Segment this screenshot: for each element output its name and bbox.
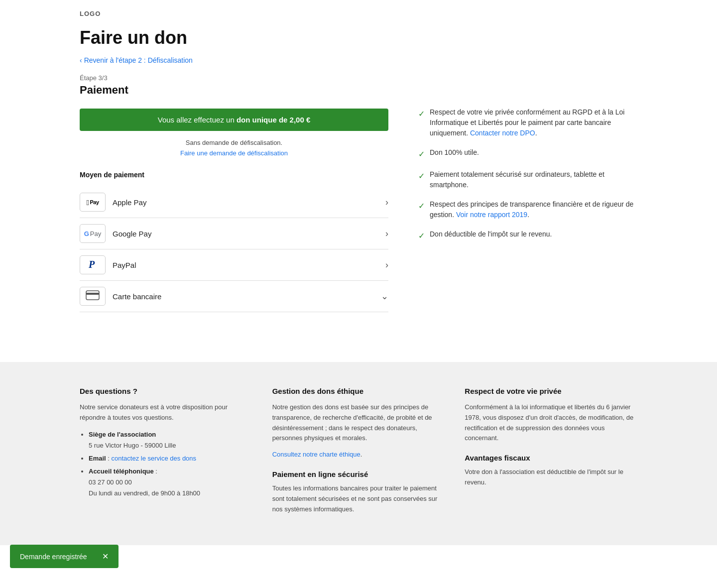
benefit-item-deductible: ✓ Don déductible de l'impôt sur le reven… [418,229,637,242]
svg-rect-2 [86,293,99,295]
svg-rect-1 [86,291,99,300]
benefit-deductible-text: Don déductible de l'impôt sur le revenu. [430,229,552,239]
benefit-item-secure: ✓ Paiement totalement sécurisé sur ordin… [418,169,637,190]
benefit-item-utile: ✓ Don 100% utile. [418,147,637,160]
footer-col-ethique: Gestion des dons éthique Notre gestion d… [272,387,445,520]
payment-method-apple-pay[interactable]:  Pay Apple Pay › [80,187,388,218]
footer-privacy-title: Respect de votre vie privée [465,387,637,395]
footer-charte-link[interactable]: Consultez notre charte éthique [272,451,360,458]
footer-contact-list: Siège de l'association5 rue Victor Hugo … [80,429,252,499]
payment-method-label: Moyen de paiement [80,171,388,179]
footer-questions-title: Des questions ? [80,387,252,395]
benefits-column: ✓ Respect de votre vie privée conforméme… [418,27,637,312]
carte-bancaire-icon-box [80,287,106,306]
footer-ethique-text: Notre gestion des dons est basée sur des… [272,402,445,444]
logo: LOGO [0,0,717,27]
toast-notification: Demande enregistrée ✕ [10,545,119,545]
footer-fiscaux-title: Avantages fiscaux [465,454,637,462]
donation-banner-prefix: Vous allez effectuez un [158,116,237,124]
footer-siege-label: Siège de l'association [89,431,156,438]
apple-pay-label: Apple Pay [113,198,378,207]
card-icon [86,290,100,303]
check-icon-5: ✓ [418,230,425,242]
footer-phone: Accueil téléphonique :03 27 00 00 00Du l… [89,466,252,499]
card-svg [86,290,100,300]
payment-method-google-pay[interactable]: GPay Google Pay › [80,218,388,249]
benefit-rapport-link[interactable]: Voir notre rapport 2019 [456,211,527,219]
paypal-chevron-icon: › [385,260,388,270]
paypal-label: PayPal [113,261,378,269]
paypal-icon-box: P [80,255,106,274]
google-pay-icon: GPay [84,230,102,237]
footer-securite-section: Paiement en ligne sécurisé Toutes les in… [272,470,445,514]
paypal-p-icon: P [86,258,100,272]
back-link-label: Revenir à l'étape 2 : Défiscalisation [84,56,193,64]
footer-email-link[interactable]: contactez le service des dons [112,455,197,462]
google-pay-icon-box: GPay [80,224,106,243]
payment-method-carte-bancaire[interactable]: Carte bancaire ⌄ [80,281,388,312]
benefit-privacy-suffix: . [535,129,537,137]
back-link[interactable]: ‹ Revenir à l'étape 2 : Défiscalisation [80,56,388,64]
check-icon-4: ✓ [418,200,425,212]
apple-pay-icon-box:  Pay [80,193,106,212]
check-icon-3: ✓ [418,170,425,182]
benefit-dpo-link[interactable]: Contacter notre DPO [470,129,535,137]
footer-fiscaux-section: Avantages fiscaux Votre don à l'associat… [465,454,637,488]
benefit-item-privacy: ✓ Respect de votre vie privée conforméme… [418,107,637,138]
footer-siege: Siège de l'association5 rue Victor Hugo … [89,429,252,451]
footer-questions-intro: Notre service donateurs est à votre disp… [80,402,252,423]
payment-methods-list:  Pay Apple Pay › GPay Google Pay › [80,187,388,312]
check-icon-1: ✓ [418,108,425,120]
footer-email-label: Email [89,455,106,462]
footer-phone-number: 03 27 00 00 00 [89,478,132,486]
step-label: Étape 3/3 [80,74,388,82]
footer-phone-label: Accueil téléphonique [89,468,154,475]
carte-bancaire-label: Carte bancaire [113,292,374,301]
footer-grid: Des questions ? Notre service donateurs … [80,387,637,520]
apple-pay-chevron-icon: › [385,197,388,208]
footer-email: Email : contactez le service des dons [89,453,252,464]
benefit-item-transparency: ✓ Respect des principes de transparence … [418,199,637,220]
benefit-list: ✓ Respect de votre vie privée conforméme… [418,107,637,242]
footer-ethique-title: Gestion des dons éthique [272,387,445,395]
apple-pay-icon:  Pay [86,198,99,207]
section-title: Paiement [80,84,388,97]
donation-banner: Vous allez effectuez un don unique de 2,… [80,109,388,131]
footer: Des questions ? Notre service donateurs … [0,362,717,545]
footer-col-privacy: Respect de votre vie privée Conformément… [465,387,637,520]
back-chevron-icon: ‹ [80,56,82,64]
google-pay-label: Google Pay [113,230,378,238]
carte-bancaire-chevron-icon: ⌄ [381,291,388,302]
footer-fiscaux-text: Votre don à l'association est déductible… [465,467,637,488]
benefit-utile-text: Don 100% utile. [430,147,479,158]
benefit-secure-text: Paiement totalement sécurisé sur ordinat… [430,169,637,190]
payment-method-paypal[interactable]: P PayPal › [80,249,388,281]
check-icon-2: ✓ [418,148,425,160]
footer-siege-value: 5 rue Victor Hugo - 59000 Lille [89,442,176,449]
svg-text:P: P [88,259,95,270]
google-pay-chevron-icon: › [385,229,388,239]
footer-securite-title: Paiement en ligne sécurisé [272,470,445,478]
defiscal-link[interactable]: Faire une demande de défiscalisation [80,149,388,157]
footer-privacy-text: Conformément à la loi informatique et li… [465,402,637,444]
benefit-transparency-suffix: . [527,211,529,219]
footer-securite-text: Toutes les informations bancaires pour t… [272,483,445,514]
footer-phone-hours: Du lundi au vendredi, de 9h00 à 18h00 [89,489,200,497]
donation-amount: don unique de 2,00 € [237,116,310,124]
no-defiscal-text: Sans demande de défiscalisation. [80,139,388,146]
page-title: Faire un don [80,27,388,48]
footer-col-questions: Des questions ? Notre service donateurs … [80,387,252,520]
